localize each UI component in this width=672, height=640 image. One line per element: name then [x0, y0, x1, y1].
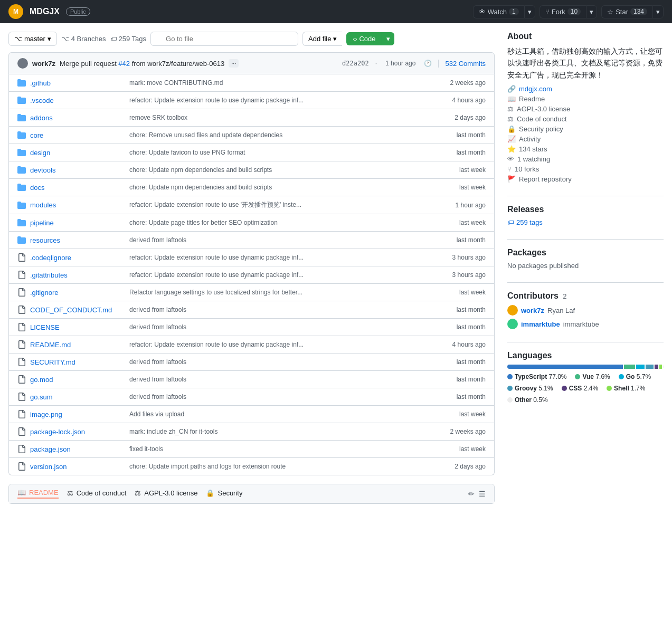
lang-segment-other[interactable] [663, 365, 664, 369]
forks-meta[interactable]: ⑂ 10 forks [507, 165, 664, 173]
file-time: 1 hour ago [456, 202, 486, 209]
file-name[interactable]: CODE_OF_CONDUCT.md [30, 306, 125, 314]
file-commit: refactor: Update extension route to use … [129, 254, 448, 261]
file-time: 2 weeks ago [450, 428, 486, 435]
file-name[interactable]: package.json [30, 445, 125, 453]
commit-author[interactable]: work7z [32, 60, 55, 68]
lang-name: Groovy 5.1% [515, 385, 553, 392]
conduct-icon-readme: ⚖ [67, 489, 73, 497]
fork-button[interactable]: ⑂ Fork 10 [540, 5, 586, 18]
license-icon-readme: ⚖ [135, 489, 141, 497]
file-name[interactable]: .codeqlignore [30, 254, 125, 262]
tab-conduct[interactable]: ⚖ Code of conduct [67, 489, 127, 498]
contributor-2[interactable]: immarktube immarktube [507, 319, 664, 329]
table-row: version.json chore: Update import paths … [9, 458, 494, 475]
lang-name: TypeScript 77.0% [515, 373, 566, 380]
file-name[interactable]: .gitattributes [30, 271, 125, 279]
table-row: image.png Add files via upload last week [9, 406, 494, 423]
lang-segment-css[interactable] [655, 365, 658, 369]
lang-segment-vue[interactable] [624, 365, 636, 369]
releases-count[interactable]: 🏷 259 tags [507, 218, 664, 226]
stars-meta[interactable]: ⭐ 134 stars [507, 145, 664, 153]
file-name[interactable]: .github [30, 79, 125, 87]
table-row: .gitignore Refactor language settings to… [9, 284, 494, 301]
file-name[interactable]: go.mod [30, 376, 125, 384]
code-dropdown[interactable]: ▾ [382, 32, 394, 45]
file-name[interactable]: core [30, 131, 125, 139]
license-tab-label: AGPL-3.0 license [144, 489, 197, 497]
star-dropdown[interactable]: ▾ [652, 5, 664, 18]
file-name[interactable]: modules [30, 201, 125, 209]
code-button-group: ‹› Code ▾ [346, 32, 394, 45]
lang-segment-go[interactable] [636, 365, 645, 369]
file-name[interactable]: addons [30, 114, 125, 122]
file-name[interactable]: docs [30, 184, 125, 192]
file-time: last month [457, 149, 486, 156]
lang-item-css: CSS 2.4% [562, 385, 598, 392]
readme-meta[interactable]: 📖 Readme [507, 95, 664, 103]
file-name[interactable]: SECURITY.md [30, 358, 125, 366]
star-button[interactable]: ☆ Star 134 [601, 5, 652, 18]
lang-item-shell: Shell 1.7% [607, 385, 645, 392]
file-name[interactable]: resources [30, 236, 125, 244]
watch-dropdown[interactable]: ▾ [524, 5, 535, 18]
branch-selector[interactable]: ⌥ master ▾ [8, 32, 57, 46]
contributor-1-full: Ryan Laf [547, 307, 575, 314]
tab-security[interactable]: 🔒 Security [206, 489, 242, 498]
search-input[interactable] [150, 32, 298, 46]
file-name[interactable]: LICENSE [30, 323, 125, 331]
pencil-icon[interactable]: ✏ [468, 490, 475, 498]
branches-link[interactable]: ⌥ 4 Branches [61, 35, 106, 43]
file-name[interactable]: .vscode [30, 97, 125, 104]
code-button[interactable]: ‹› Code [346, 32, 382, 45]
website-link[interactable]: 🔗 mdgjx.com [507, 85, 664, 93]
sidebar-about: About 秒达工具箱，借助独创高效的输入方式，让您可以快速呼出各类工具、文档及… [507, 32, 664, 183]
table-row: addons remove SRK toolbox 2 days ago [9, 109, 494, 127]
file-name[interactable]: devtools [30, 166, 125, 174]
releases-count-text: 259 tags [516, 218, 543, 226]
tab-readme[interactable]: 📖 README [17, 489, 59, 499]
file-icon [17, 462, 26, 471]
commit-hash[interactable]: d22a202 [342, 60, 369, 67]
watch-button[interactable]: 👁 Watch 1 [473, 5, 524, 18]
commits-count[interactable]: 532 Commits [438, 60, 486, 68]
file-name[interactable]: .gitignore [30, 289, 125, 297]
lang-segment-shell[interactable] [659, 365, 662, 369]
activity-meta[interactable]: 📈 Activity [507, 135, 664, 143]
repo-sidebar: About 秒达工具箱，借助独创高效的输入方式，让您可以快速呼出各类工具、文档及… [507, 32, 664, 504]
git-branch-icon: ⌥ [14, 35, 22, 43]
report-meta[interactable]: 🚩 Report repository [507, 175, 664, 183]
file-name[interactable]: README.md [30, 341, 125, 349]
code-icon: ‹› [353, 35, 357, 43]
license-meta[interactable]: ⚖ AGPL-3.0 license [507, 105, 664, 113]
file-name[interactable]: design [30, 149, 125, 157]
file-name[interactable]: package-lock.json [30, 428, 125, 436]
file-name[interactable]: go.sum [30, 393, 125, 401]
list-icon[interactable]: ☰ [479, 490, 486, 498]
readme-bar: 📖 README ⚖ Code of conduct ⚖ AGPL-3.0 li… [8, 484, 495, 504]
lang-segment-groovy[interactable] [646, 365, 653, 369]
security-meta[interactable]: 🔒 Security policy [507, 125, 664, 133]
sidebar-divider-4 [507, 342, 664, 342]
commit-more[interactable]: ··· [229, 59, 239, 68]
file-name[interactable]: pipeline [30, 219, 125, 227]
commit-author-avatar [17, 58, 28, 69]
lang-segment-typescript[interactable] [507, 365, 623, 369]
file-name[interactable]: image.png [30, 410, 125, 418]
pr-link[interactable]: #42 [118, 60, 130, 68]
file-time: last month [457, 376, 486, 383]
file-name[interactable]: version.json [30, 463, 125, 471]
book-icon-sidebar: 📖 [507, 95, 516, 103]
add-file-button[interactable]: Add file ▾ [302, 32, 342, 46]
file-commit: refactor: Update extension route to use … [129, 200, 451, 209]
fork-dropdown[interactable]: ▾ [586, 5, 597, 18]
file-time: 2 days ago [455, 463, 486, 470]
file-time: last week [459, 289, 486, 296]
tab-license[interactable]: ⚖ AGPL-3.0 license [135, 489, 197, 498]
lang-dot [562, 386, 567, 391]
watching-meta[interactable]: 👁 1 watching [507, 155, 664, 163]
conduct-meta[interactable]: ⚖ Code of conduct [507, 115, 664, 123]
contributor-1[interactable]: work7z Ryan Laf [507, 305, 664, 316]
repo-name[interactable]: MDGJX [30, 7, 60, 16]
tags-link[interactable]: 🏷 259 Tags [110, 35, 147, 43]
